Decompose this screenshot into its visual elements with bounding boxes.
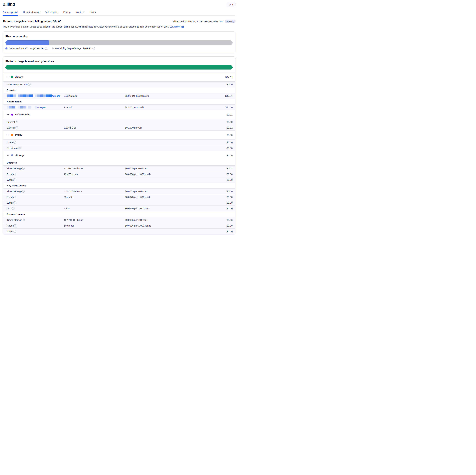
service-amount: $0.01: [207, 113, 233, 116]
redacted-name-block: [26, 106, 28, 108]
learn-more-link[interactable]: Learn more: [170, 25, 185, 28]
row-quantity: 21.1092 GB-hours: [64, 167, 125, 170]
redacted-name-block: [12, 106, 16, 108]
help-icon[interactable]: ?: [14, 224, 16, 227]
row-quantity: 23 reads: [64, 196, 125, 198]
row-amount: $0.00: [207, 190, 233, 193]
row-amount: $0.06: [207, 219, 233, 221]
row-unit-price: $45.00 per month: [125, 106, 207, 109]
service-subheader-row: Actors rental: [3, 99, 235, 105]
row-amount: $0.00: [207, 207, 233, 210]
tab-current-period[interactable]: Current period: [2, 10, 18, 16]
service-section-row: Data transfer$0.01: [3, 110, 235, 119]
row-amount: $0.00: [207, 147, 233, 149]
subheader-label: Key-value stores: [7, 184, 233, 187]
remaining-label: Remaining prepaid usage: [55, 47, 81, 50]
row-amount: $0.00: [207, 83, 233, 86]
service-subheader-row: Results: [3, 87, 235, 93]
collapse-toggle[interactable]: [7, 134, 9, 136]
help-icon[interactable]: ?: [14, 230, 16, 233]
help-icon[interactable]: ?: [18, 147, 21, 149]
chevron-down-icon: [7, 155, 9, 156]
redacted-name-block: [20, 94, 23, 97]
redacted-name-block: [20, 106, 23, 108]
consumed-dot: [5, 47, 7, 50]
service-label: Actors: [15, 76, 23, 78]
actor-link[interactable]: scraper: [52, 94, 60, 97]
row-name: Timed storage?: [7, 190, 64, 193]
collapse-toggle[interactable]: [7, 155, 9, 156]
tab-invoices[interactable]: Invoices: [76, 10, 85, 16]
section-left: Actors: [7, 76, 207, 78]
collapse-toggle[interactable]: [7, 76, 9, 78]
redacted-name-block: [18, 94, 20, 97]
help-icon[interactable]: ?: [16, 126, 18, 129]
help-icon[interactable]: ?: [22, 219, 25, 221]
help-icon[interactable]: ?: [13, 141, 16, 144]
actor-link[interactable]: ·scraper: [37, 106, 46, 109]
service-subheader-row: Key-value stores: [3, 183, 235, 189]
help-icon[interactable]: ?: [28, 83, 31, 86]
plan-consumption-title: Plan consumption: [5, 35, 233, 38]
service-label: Data transfer: [15, 113, 31, 116]
consumed-label: Consumed prepaid usage: [9, 47, 35, 50]
legend-consumed: Consumed prepaid usage $94.60 ?: [5, 47, 47, 50]
billing-period-text: Billing period: Nov 17, 2023 - Dec 16, 2…: [173, 20, 224, 23]
redacted-name-block: [37, 94, 40, 97]
tab-historical-usage[interactable]: Historical usage: [23, 10, 40, 16]
row-amount: $45.00: [207, 106, 233, 109]
row-label: SERP: [7, 141, 13, 144]
help-icon[interactable]: ?: [12, 207, 15, 210]
help-icon[interactable]: ?: [22, 190, 25, 193]
help-icon[interactable]: ?: [22, 167, 25, 170]
subheader-label: Actors rental: [7, 100, 233, 103]
help-icon[interactable]: ?: [15, 121, 17, 123]
row-unit-price: $0.0036 per GB-hour: [125, 219, 207, 221]
help-icon[interactable]: ?: [14, 201, 16, 204]
redacted-name-block: [49, 94, 52, 97]
row-quantity: 13,475 reads: [64, 173, 125, 176]
row-name: Reads?: [7, 224, 64, 227]
section-left: Proxy: [7, 133, 207, 136]
tab-pricing[interactable]: Pricing: [63, 10, 71, 16]
redacted-name-block: [7, 94, 10, 97]
collapse-toggle[interactable]: [7, 114, 9, 115]
row-label: External: [7, 126, 16, 129]
help-icon[interactable]: ?: [14, 173, 16, 176]
table-row: Internal?$0.00: [3, 119, 235, 125]
top-bar: Billing API: [2, 0, 236, 7]
row-amount: $0.00: [207, 141, 233, 144]
api-button[interactable]: API: [227, 2, 236, 7]
usage-heading-row: Platform usage in current billing period…: [2, 19, 236, 23]
external-link-icon: [182, 26, 185, 28]
row-name: Lists?: [7, 207, 64, 210]
service-section-row: Actors$94.51: [3, 73, 235, 82]
row-quantity: 140 reads: [64, 224, 125, 227]
help-icon[interactable]: ?: [45, 47, 47, 50]
row-quantity: 9,902 results: [64, 94, 125, 97]
help-icon[interactable]: ?: [92, 47, 95, 50]
tab-limits[interactable]: Limits: [89, 10, 96, 16]
row-quantity: 0.5270 GB-hours: [64, 190, 125, 193]
tab-subscription[interactable]: Subscription: [45, 10, 58, 16]
service-subheader-row: Request queues: [3, 211, 235, 217]
usage-breakdown-title: Platform usage breakdown by services: [5, 60, 233, 63]
row-name: Timed storage?: [7, 167, 64, 170]
redacted-name-block: [16, 106, 18, 108]
table-row: Reads?23 reads$0.0045 per 1,000 reads$0.…: [3, 194, 235, 200]
billing-period-wrap: Billing period: Nov 17, 2023 - Dec 16, 2…: [173, 19, 236, 23]
table-row: Timed storage?16.1712 GB-hours$0.0036 pe…: [3, 217, 235, 223]
help-icon[interactable]: ?: [14, 196, 16, 198]
row-amount: $0.02: [207, 167, 233, 170]
redacted-name-block: [31, 106, 35, 108]
row-label: Lists: [7, 207, 12, 210]
service-section-row: Storage$0.08: [3, 151, 235, 160]
row-unit-price: $5.00 per 1,000 results: [125, 94, 207, 97]
row-amount: $0.00: [207, 178, 233, 181]
row-amount: $0.00: [207, 196, 233, 198]
row-unit-price: $0.0045 per 1,000 reads: [125, 196, 207, 198]
help-icon[interactable]: ?: [14, 178, 16, 181]
service-color-dot: [11, 76, 13, 78]
redacted-name-block: [28, 106, 31, 108]
service-amount: $0.00: [207, 134, 233, 136]
